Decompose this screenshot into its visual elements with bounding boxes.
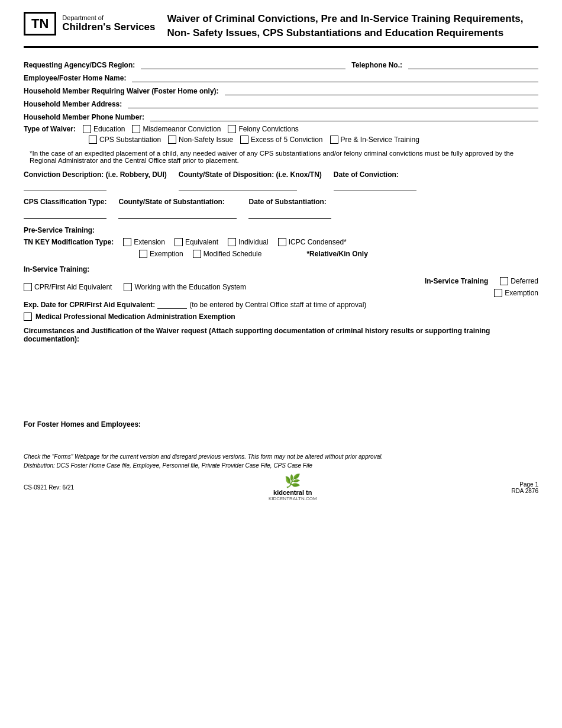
- checkbox-education[interactable]: Education: [83, 125, 125, 133]
- household-address-row: Household Member Address:: [24, 99, 538, 108]
- deferred-label: Deferred: [511, 277, 538, 285]
- exp-date-row: Exp. Date for CPR/First Aid Equivalent: …: [24, 301, 538, 309]
- conv-col1: Conviction Description: (i.e. Robbery, D…: [24, 170, 167, 192]
- conviction-row2: CPS Classification Type: County/State of…: [24, 197, 538, 219]
- household-phone-field[interactable]: [150, 112, 538, 121]
- cps-class-field[interactable]: [24, 210, 106, 219]
- cpr-label: CPR/First Aid Equivalent: [34, 283, 112, 291]
- equivalent-checkbox[interactable]: [175, 238, 183, 246]
- checkbox-inservice-exemption[interactable]: Exemption: [494, 289, 538, 297]
- checkbox-cpr[interactable]: CPR/First Aid Equivalent: [24, 283, 112, 291]
- checkbox-felony[interactable]: Felony Convictions: [228, 125, 298, 133]
- checkbox-excess5[interactable]: Excess of 5 Conviction: [240, 136, 322, 144]
- cps-county-field[interactable]: [118, 210, 237, 219]
- cps-county-label: County/State of Substantiation:: [118, 197, 237, 207]
- tnkey-row1: TN KEY Modification Type: Extension Equi…: [24, 238, 538, 246]
- conviction-county-label: County/State of Disposition: (i.e. Knox/…: [179, 170, 322, 180]
- foster-section: For Foster Homes and Employees:: [24, 420, 538, 429]
- cps-label: CPS Substantiation: [99, 136, 161, 144]
- individual-checkbox[interactable]: [228, 238, 236, 246]
- conviction-date-label: Date of Conviction:: [334, 170, 416, 180]
- circumstances-space: [24, 361, 538, 408]
- inservice-exemption-checkbox[interactable]: [494, 289, 502, 297]
- checkbox-misdemeanor[interactable]: Misdemeanor Conviction: [132, 125, 221, 133]
- checkbox-exemption[interactable]: Exemption: [139, 250, 183, 258]
- extension-checkbox[interactable]: [123, 238, 131, 246]
- cps-date-field[interactable]: [248, 210, 331, 219]
- med-checkbox[interactable]: [24, 313, 32, 321]
- pre-inservice-label: Pre & In-Service Training: [341, 136, 419, 144]
- pre-inservice-checkbox[interactable]: [330, 136, 338, 144]
- icpc-checkbox[interactable]: [278, 238, 286, 246]
- checkbox-modified-schedule[interactable]: Modified Schedule: [193, 250, 262, 258]
- form-id: CS-0921 Rev: 6/21: [24, 484, 74, 491]
- checkbox-pre-inservice[interactable]: Pre & In-Service Training: [330, 136, 419, 144]
- cps-col2: County/State of Substantiation:: [118, 197, 237, 219]
- exemption-checkbox[interactable]: [139, 250, 147, 258]
- circumstances-section: Circumstances and Justification of the W…: [24, 327, 538, 408]
- icpc-label: ICPC Condensed*: [289, 238, 347, 246]
- household-member-field[interactable]: [225, 86, 538, 95]
- footer-note: Check the "Forms" Webpage for the curren…: [24, 452, 538, 470]
- deferred-checkbox[interactable]: [500, 277, 508, 285]
- page-number: Page 1: [511, 481, 538, 488]
- requesting-agency-field[interactable]: [141, 60, 345, 69]
- checkbox-deferred[interactable]: Deferred: [500, 277, 538, 285]
- household-phone-label: Household Member Phone Number:: [24, 113, 144, 121]
- circumstances-label: Circumstances and Justification of the W…: [24, 327, 490, 343]
- conviction-date-field[interactable]: [334, 182, 416, 191]
- household-address-label: Household Member Address:: [24, 100, 122, 108]
- checkbox-individual[interactable]: Individual: [228, 238, 269, 246]
- med-row: Medical Professional Medication Administ…: [24, 313, 538, 321]
- type-waiver-row2: CPS Substantiation Non-Safety Issue Exce…: [24, 136, 538, 144]
- footer: Check the "Forms" Webpage for the curren…: [24, 452, 538, 501]
- checkbox-working-edu[interactable]: Working with the Education System: [124, 283, 246, 291]
- conv-col3: Date of Conviction:: [334, 170, 416, 192]
- kidcentral-url: KIDCENTRALTN.COM: [269, 496, 317, 501]
- type-waiver-label: Type of Waiver:: [24, 125, 76, 133]
- employee-field[interactable]: [132, 73, 538, 82]
- checkbox-extension[interactable]: Extension: [123, 238, 165, 246]
- felony-checkbox[interactable]: [228, 125, 236, 133]
- conviction-section: Conviction Description: (i.e. Robbery, D…: [24, 170, 538, 220]
- checkbox-non-safety[interactable]: Non-Safety Issue: [168, 136, 233, 144]
- tnkey-row2: Exemption Modified Schedule *Relative/Ki…: [24, 250, 538, 258]
- cpr-checkbox[interactable]: [24, 283, 32, 291]
- telephone-field[interactable]: [408, 60, 538, 69]
- cps-checkbox[interactable]: [89, 136, 97, 144]
- exp-date-note: (to be entered by Central Office staff a…: [189, 301, 366, 309]
- footer-note-line1: Check the "Forms" Webpage for the curren…: [24, 453, 383, 460]
- form-title: Waiver of Criminal Convictions, Pre and …: [167, 12, 538, 40]
- exemption-label: Exemption: [150, 250, 183, 258]
- footer-bottom: CS-0921 Rev: 6/21 🌿 kidcentral tn KIDCEN…: [24, 473, 538, 501]
- individual-label: Individual: [238, 238, 269, 246]
- conviction-county-field[interactable]: [179, 182, 297, 191]
- employee-row: Employee/Foster Home Name:: [24, 73, 538, 82]
- expedited-note: *In the case of an expedited placement o…: [24, 150, 538, 164]
- modification-label: TN KEY Modification Type:: [24, 238, 114, 246]
- checkbox-cps[interactable]: CPS Substantiation: [89, 136, 161, 144]
- conviction-desc-field[interactable]: [24, 182, 106, 191]
- modified-schedule-checkbox[interactable]: [193, 250, 201, 258]
- conv-col2: County/State of Disposition: (i.e. Knox/…: [179, 170, 322, 192]
- dept-info: Department of Children's Services: [62, 14, 155, 33]
- working-edu-checkbox[interactable]: [124, 283, 132, 291]
- exp-date-field[interactable]: [157, 301, 187, 309]
- cps-col1: CPS Classification Type:: [24, 197, 106, 219]
- household-member-row: Household Member Requiring Waiver (Foste…: [24, 86, 538, 95]
- type-waiver-row1: Type of Waiver: Education Misdemeanor Co…: [24, 125, 538, 133]
- checkbox-equivalent[interactable]: Equivalent: [175, 238, 218, 246]
- household-address-field[interactable]: [128, 99, 538, 108]
- extension-label: Extension: [134, 238, 165, 246]
- telephone-label: Telephone No.:: [351, 61, 402, 69]
- logo-area: TN Department of Children's Services: [24, 12, 167, 36]
- misdemeanor-checkbox[interactable]: [132, 125, 140, 133]
- conviction-desc-label: Conviction Description: (i.e. Robbery, D…: [24, 170, 167, 180]
- education-checkbox[interactable]: [83, 125, 91, 133]
- non-safety-checkbox[interactable]: [168, 136, 176, 144]
- exp-date-label: Exp. Date for CPR/First Aid Equivalent:: [24, 301, 155, 309]
- checkbox-icpc[interactable]: ICPC Condensed*: [278, 238, 347, 246]
- excess5-checkbox[interactable]: [240, 136, 248, 144]
- cps-class-label: CPS Classification Type:: [24, 197, 106, 207]
- household-phone-row: Household Member Phone Number:: [24, 112, 538, 121]
